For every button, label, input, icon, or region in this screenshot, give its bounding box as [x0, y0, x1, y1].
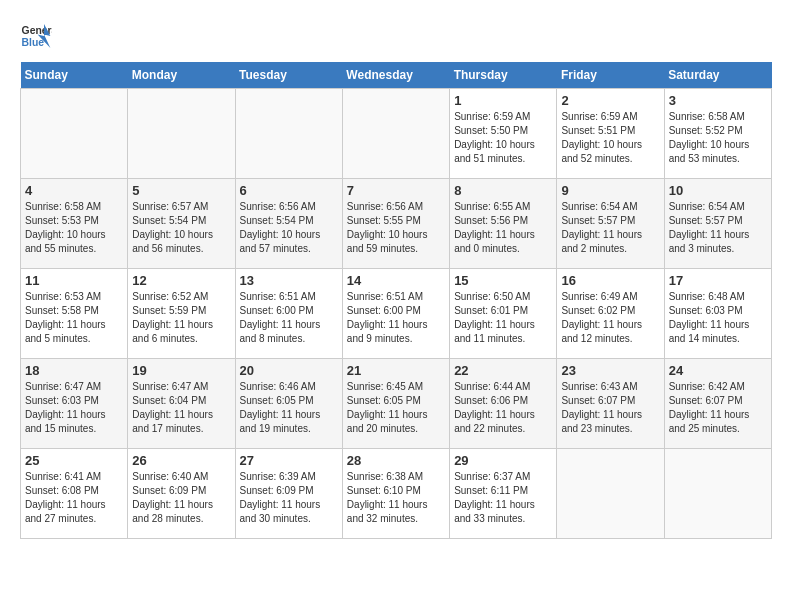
- calendar-cell: 7Sunrise: 6:56 AM Sunset: 5:55 PM Daylig…: [342, 179, 449, 269]
- day-info: Sunrise: 6:49 AM Sunset: 6:02 PM Dayligh…: [561, 290, 659, 346]
- day-number: 7: [347, 183, 445, 198]
- day-info: Sunrise: 6:47 AM Sunset: 6:03 PM Dayligh…: [25, 380, 123, 436]
- day-info: Sunrise: 6:38 AM Sunset: 6:10 PM Dayligh…: [347, 470, 445, 526]
- calendar-cell: 12Sunrise: 6:52 AM Sunset: 5:59 PM Dayli…: [128, 269, 235, 359]
- day-number: 15: [454, 273, 552, 288]
- day-info: Sunrise: 6:52 AM Sunset: 5:59 PM Dayligh…: [132, 290, 230, 346]
- day-info: Sunrise: 6:42 AM Sunset: 6:07 PM Dayligh…: [669, 380, 767, 436]
- calendar-cell: 19Sunrise: 6:47 AM Sunset: 6:04 PM Dayli…: [128, 359, 235, 449]
- calendar-cell: [557, 449, 664, 539]
- header-friday: Friday: [557, 62, 664, 89]
- calendar-cell: [128, 89, 235, 179]
- calendar-cell: 5Sunrise: 6:57 AM Sunset: 5:54 PM Daylig…: [128, 179, 235, 269]
- svg-text:Blue: Blue: [22, 37, 45, 48]
- calendar-cell: 8Sunrise: 6:55 AM Sunset: 5:56 PM Daylig…: [450, 179, 557, 269]
- day-info: Sunrise: 6:59 AM Sunset: 5:51 PM Dayligh…: [561, 110, 659, 166]
- day-info: Sunrise: 6:44 AM Sunset: 6:06 PM Dayligh…: [454, 380, 552, 436]
- day-number: 4: [25, 183, 123, 198]
- day-info: Sunrise: 6:47 AM Sunset: 6:04 PM Dayligh…: [132, 380, 230, 436]
- day-info: Sunrise: 6:56 AM Sunset: 5:55 PM Dayligh…: [347, 200, 445, 256]
- header-wednesday: Wednesday: [342, 62, 449, 89]
- day-info: Sunrise: 6:54 AM Sunset: 5:57 PM Dayligh…: [561, 200, 659, 256]
- day-number: 9: [561, 183, 659, 198]
- calendar-table: SundayMondayTuesdayWednesdayThursdayFrid…: [20, 62, 772, 539]
- day-info: Sunrise: 6:39 AM Sunset: 6:09 PM Dayligh…: [240, 470, 338, 526]
- day-info: Sunrise: 6:43 AM Sunset: 6:07 PM Dayligh…: [561, 380, 659, 436]
- day-number: 1: [454, 93, 552, 108]
- day-number: 5: [132, 183, 230, 198]
- calendar-cell: 22Sunrise: 6:44 AM Sunset: 6:06 PM Dayli…: [450, 359, 557, 449]
- calendar-cell: 27Sunrise: 6:39 AM Sunset: 6:09 PM Dayli…: [235, 449, 342, 539]
- calendar-cell: 16Sunrise: 6:49 AM Sunset: 6:02 PM Dayli…: [557, 269, 664, 359]
- calendar-cell: [342, 89, 449, 179]
- day-info: Sunrise: 6:55 AM Sunset: 5:56 PM Dayligh…: [454, 200, 552, 256]
- day-info: Sunrise: 6:58 AM Sunset: 5:52 PM Dayligh…: [669, 110, 767, 166]
- calendar-cell: 11Sunrise: 6:53 AM Sunset: 5:58 PM Dayli…: [21, 269, 128, 359]
- day-number: 20: [240, 363, 338, 378]
- day-info: Sunrise: 6:51 AM Sunset: 6:00 PM Dayligh…: [240, 290, 338, 346]
- calendar-body: 1Sunrise: 6:59 AM Sunset: 5:50 PM Daylig…: [21, 89, 772, 539]
- day-number: 21: [347, 363, 445, 378]
- logo: General Blue: [20, 20, 52, 52]
- day-number: 19: [132, 363, 230, 378]
- day-info: Sunrise: 6:58 AM Sunset: 5:53 PM Dayligh…: [25, 200, 123, 256]
- header-thursday: Thursday: [450, 62, 557, 89]
- day-number: 16: [561, 273, 659, 288]
- day-info: Sunrise: 6:40 AM Sunset: 6:09 PM Dayligh…: [132, 470, 230, 526]
- day-info: Sunrise: 6:48 AM Sunset: 6:03 PM Dayligh…: [669, 290, 767, 346]
- calendar-cell: 14Sunrise: 6:51 AM Sunset: 6:00 PM Dayli…: [342, 269, 449, 359]
- calendar-cell: 15Sunrise: 6:50 AM Sunset: 6:01 PM Dayli…: [450, 269, 557, 359]
- calendar-header: SundayMondayTuesdayWednesdayThursdayFrid…: [21, 62, 772, 89]
- day-info: Sunrise: 6:46 AM Sunset: 6:05 PM Dayligh…: [240, 380, 338, 436]
- day-number: 27: [240, 453, 338, 468]
- calendar-cell: 23Sunrise: 6:43 AM Sunset: 6:07 PM Dayli…: [557, 359, 664, 449]
- calendar-cell: 6Sunrise: 6:56 AM Sunset: 5:54 PM Daylig…: [235, 179, 342, 269]
- day-number: 28: [347, 453, 445, 468]
- calendar-cell: 17Sunrise: 6:48 AM Sunset: 6:03 PM Dayli…: [664, 269, 771, 359]
- day-number: 26: [132, 453, 230, 468]
- day-number: 8: [454, 183, 552, 198]
- day-info: Sunrise: 6:56 AM Sunset: 5:54 PM Dayligh…: [240, 200, 338, 256]
- calendar-cell: 10Sunrise: 6:54 AM Sunset: 5:57 PM Dayli…: [664, 179, 771, 269]
- calendar-cell: 21Sunrise: 6:45 AM Sunset: 6:05 PM Dayli…: [342, 359, 449, 449]
- day-number: 23: [561, 363, 659, 378]
- header-monday: Monday: [128, 62, 235, 89]
- day-info: Sunrise: 6:53 AM Sunset: 5:58 PM Dayligh…: [25, 290, 123, 346]
- calendar-cell: 1Sunrise: 6:59 AM Sunset: 5:50 PM Daylig…: [450, 89, 557, 179]
- calendar-cell: 25Sunrise: 6:41 AM Sunset: 6:08 PM Dayli…: [21, 449, 128, 539]
- day-number: 29: [454, 453, 552, 468]
- calendar-cell: 29Sunrise: 6:37 AM Sunset: 6:11 PM Dayli…: [450, 449, 557, 539]
- header-sunday: Sunday: [21, 62, 128, 89]
- day-number: 25: [25, 453, 123, 468]
- calendar-cell: 9Sunrise: 6:54 AM Sunset: 5:57 PM Daylig…: [557, 179, 664, 269]
- day-number: 18: [25, 363, 123, 378]
- logo-icon: General Blue: [20, 20, 52, 52]
- day-number: 11: [25, 273, 123, 288]
- header-saturday: Saturday: [664, 62, 771, 89]
- page-header: General Blue: [20, 20, 772, 52]
- calendar-cell: 24Sunrise: 6:42 AM Sunset: 6:07 PM Dayli…: [664, 359, 771, 449]
- calendar-cell: [21, 89, 128, 179]
- day-number: 12: [132, 273, 230, 288]
- header-tuesday: Tuesday: [235, 62, 342, 89]
- calendar-cell: 4Sunrise: 6:58 AM Sunset: 5:53 PM Daylig…: [21, 179, 128, 269]
- day-number: 13: [240, 273, 338, 288]
- day-number: 17: [669, 273, 767, 288]
- calendar-cell: 20Sunrise: 6:46 AM Sunset: 6:05 PM Dayli…: [235, 359, 342, 449]
- day-number: 10: [669, 183, 767, 198]
- calendar-cell: 3Sunrise: 6:58 AM Sunset: 5:52 PM Daylig…: [664, 89, 771, 179]
- day-number: 24: [669, 363, 767, 378]
- day-number: 3: [669, 93, 767, 108]
- day-info: Sunrise: 6:41 AM Sunset: 6:08 PM Dayligh…: [25, 470, 123, 526]
- calendar-cell: [235, 89, 342, 179]
- calendar-cell: 26Sunrise: 6:40 AM Sunset: 6:09 PM Dayli…: [128, 449, 235, 539]
- day-number: 14: [347, 273, 445, 288]
- calendar-cell: 28Sunrise: 6:38 AM Sunset: 6:10 PM Dayli…: [342, 449, 449, 539]
- day-info: Sunrise: 6:59 AM Sunset: 5:50 PM Dayligh…: [454, 110, 552, 166]
- calendar-cell: 13Sunrise: 6:51 AM Sunset: 6:00 PM Dayli…: [235, 269, 342, 359]
- calendar-cell: 2Sunrise: 6:59 AM Sunset: 5:51 PM Daylig…: [557, 89, 664, 179]
- day-number: 2: [561, 93, 659, 108]
- day-number: 22: [454, 363, 552, 378]
- day-info: Sunrise: 6:37 AM Sunset: 6:11 PM Dayligh…: [454, 470, 552, 526]
- day-info: Sunrise: 6:54 AM Sunset: 5:57 PM Dayligh…: [669, 200, 767, 256]
